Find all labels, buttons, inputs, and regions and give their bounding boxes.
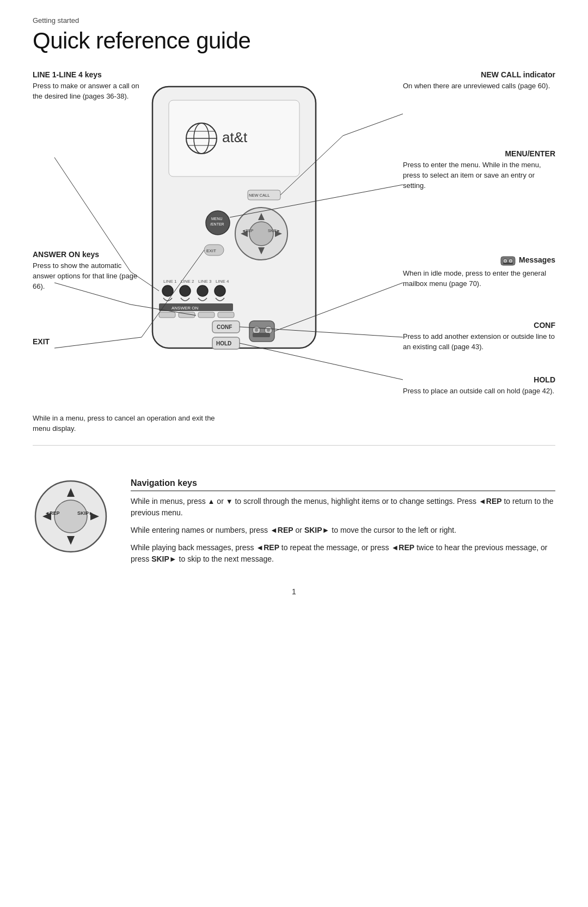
svg-text:at&t: at&t: [222, 129, 248, 145]
svg-line-54: [240, 343, 403, 380]
svg-text:HOLD: HOLD: [216, 340, 231, 346]
navigation-dial: ◄REP SKIP►: [33, 478, 109, 555]
svg-text:MENU: MENU: [211, 217, 223, 221]
svg-text:◄REP: ◄REP: [45, 510, 59, 516]
svg-text:LINE 3: LINE 3: [198, 279, 212, 284]
svg-point-66: [54, 500, 87, 533]
hold-text: Press to place an outside call on hold (…: [403, 386, 555, 397]
svg-text:LINE 4: LINE 4: [216, 279, 229, 284]
newcall-text: On when there are unreviewed calls (page…: [403, 81, 555, 92]
svg-text:ANSWER ON: ANSWER ON: [171, 306, 199, 311]
conf-text: Press to add another extension or outsid…: [403, 332, 555, 352]
conf-heading: CONF: [403, 321, 555, 330]
hold-annotation: HOLD Press to place an outside call on h…: [403, 375, 555, 397]
svg-text:SKIP►: SKIP►: [77, 510, 94, 516]
messages-icon: [500, 256, 516, 266]
messages-heading: Messages: [519, 255, 555, 264]
answer-heading: ANSWER ON keys: [33, 250, 142, 259]
menu-annotation: MENU/ENTER Press to enter the menu. Whil…: [403, 149, 555, 191]
svg-text:EXIT: EXIT: [206, 248, 216, 253]
svg-rect-33: [159, 312, 175, 318]
menu-text: Press to enter the menu. While in the me…: [403, 160, 555, 191]
svg-rect-35: [198, 312, 215, 318]
messages-text: When in idle mode, press to enter the ge…: [403, 269, 555, 289]
navigation-para1: While in menus, press ▲ or ▼ to scroll t…: [131, 496, 555, 519]
navigation-para3: While playing back messages, press ◄REP …: [131, 542, 555, 565]
svg-text:NEW CALL: NEW CALL: [249, 193, 270, 198]
line-keys-text: Press to make or answer a call on the de…: [33, 81, 142, 102]
svg-line-50: [343, 114, 403, 136]
svg-text:CONF: CONF: [217, 324, 232, 330]
svg-text:◄REP: ◄REP: [242, 229, 254, 233]
svg-point-63: [510, 260, 512, 262]
line-keys-heading: LINE 1-LINE 4 keys: [33, 70, 142, 79]
answer-text: Press to show the automatic answer optio…: [33, 261, 142, 292]
navigation-heading: Navigation keys: [131, 478, 555, 491]
diagram-area: at&t NEW CALL MENU /ENTER ◄REP SKIP►: [33, 70, 555, 419]
newcall-heading: NEW CALL indicator: [403, 70, 555, 79]
navigation-para2: While entering names or numbers, press ◄…: [131, 525, 555, 537]
line-keys-annotation: LINE 1-LINE 4 keys Press to make or answ…: [33, 70, 142, 102]
svg-rect-36: [218, 312, 234, 318]
newcall-annotation: NEW CALL indicator On when there are unr…: [403, 70, 555, 92]
messages-annotation: Messages When in idle mode, press to ent…: [403, 255, 555, 289]
svg-point-62: [505, 260, 506, 262]
svg-point-30: [215, 285, 225, 296]
svg-text:LINE 1: LINE 1: [163, 279, 177, 284]
menu-heading: MENU/ENTER: [403, 149, 555, 158]
svg-point-27: [162, 285, 173, 296]
svg-text:/ENTER: /ENTER: [210, 222, 224, 226]
svg-rect-42: [253, 333, 270, 337]
svg-point-29: [197, 285, 208, 296]
svg-point-28: [180, 285, 191, 296]
page-title: Quick reference guide: [33, 28, 555, 54]
hold-heading: HOLD: [403, 375, 555, 384]
exit-heading: EXIT: [33, 337, 152, 346]
svg-text:SKIP►: SKIP►: [268, 229, 280, 233]
page-container: Getting started Quick reference guide at…: [0, 0, 588, 907]
navigation-content: Navigation keys While in menus, press ▲ …: [131, 478, 555, 571]
navigation-section: ◄REP SKIP► Navigation keys While in menu…: [33, 467, 555, 571]
conf-annotation: CONF Press to add another extension or o…: [403, 321, 555, 352]
svg-point-43: [255, 328, 258, 332]
answer-annotation: ANSWER ON keys Press to show the automat…: [33, 250, 142, 292]
svg-rect-64: [503, 263, 513, 264]
svg-point-14: [249, 222, 273, 246]
exit-annotation: EXIT: [33, 337, 152, 348]
page-number: 1: [33, 587, 555, 596]
breadcrumb: Getting started: [33, 16, 555, 25]
